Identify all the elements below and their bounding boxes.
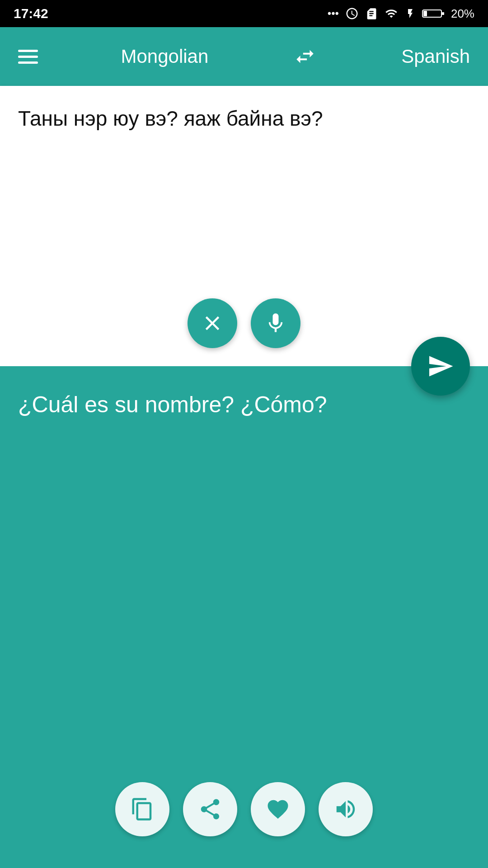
status-bar: 17:42 ••• 20%	[0, 0, 488, 27]
swap-languages-button[interactable]	[291, 45, 319, 68]
copy-button[interactable]	[115, 782, 169, 836]
output-panel: ¿Cuál es su nombre? ¿Cómo?	[0, 366, 488, 868]
status-icons: ••• 20%	[328, 7, 474, 21]
microphone-button[interactable]	[251, 298, 300, 348]
svg-rect-1	[442, 12, 444, 15]
charging-icon	[405, 7, 416, 20]
speak-button[interactable]	[319, 782, 373, 836]
output-actions	[18, 782, 470, 850]
alarm-icon	[345, 7, 359, 20]
input-actions	[188, 298, 300, 348]
status-time: 17:42	[14, 6, 48, 21]
input-panel: Таны нэр юу вэ? яаж байна вэ?	[0, 86, 488, 366]
more-icon: •••	[328, 7, 339, 20]
menu-button[interactable]	[18, 50, 38, 64]
share-button[interactable]	[183, 782, 237, 836]
signal-icon	[384, 7, 399, 20]
output-text: ¿Cuál es su nombre? ¿Cómo?	[18, 389, 470, 782]
clear-button[interactable]	[188, 298, 237, 348]
svg-rect-2	[423, 11, 427, 16]
favorite-button[interactable]	[251, 782, 305, 836]
battery-percent: 20%	[451, 7, 474, 21]
target-language[interactable]: Spanish	[401, 46, 470, 67]
input-text[interactable]: Таны нэр юу вэ? яаж байна вэ?	[18, 104, 470, 321]
main-content: Таны нэр юу вэ? яаж байна вэ? ¿Cuál	[0, 86, 488, 868]
send-button[interactable]	[411, 337, 470, 396]
source-language[interactable]: Mongolian	[121, 46, 208, 67]
battery-icon	[422, 7, 445, 20]
sim-icon	[365, 7, 378, 20]
toolbar: Mongolian Spanish	[0, 27, 488, 86]
